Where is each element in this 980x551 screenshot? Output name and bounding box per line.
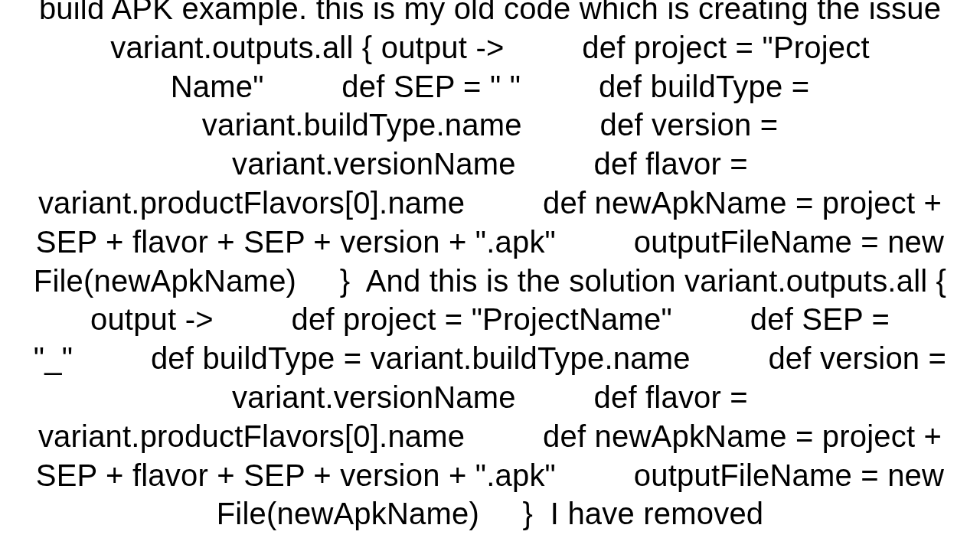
document-body: build APK example. this is my old code w… [8, 0, 972, 533]
document-text: build APK example. this is my old code w… [34, 0, 946, 530]
